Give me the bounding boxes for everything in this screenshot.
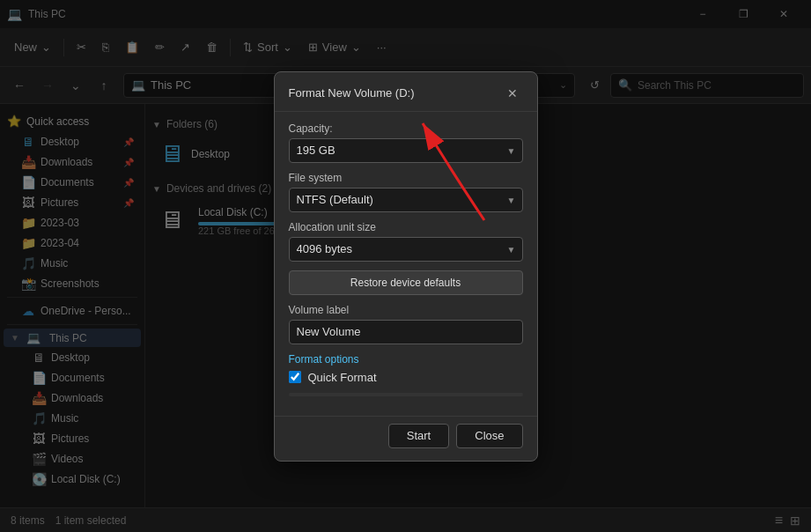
allocation-select-wrapper: 4096 bytes ▼ bbox=[289, 237, 523, 262]
quick-format-checkbox[interactable] bbox=[289, 371, 301, 383]
volume-label-field: Volume label bbox=[289, 304, 523, 344]
file-system-select[interactable]: NTFS (Default) bbox=[289, 188, 523, 212]
restore-defaults-button[interactable]: Restore device defaults bbox=[289, 270, 523, 295]
capacity-select-wrapper: 195 GB ▼ bbox=[289, 138, 523, 163]
start-button[interactable]: Start bbox=[388, 424, 449, 448]
format-progress-bar bbox=[289, 393, 523, 396]
capacity-label: Capacity: bbox=[289, 122, 523, 135]
file-system-label: File system bbox=[289, 172, 523, 184]
dialog-close-button[interactable]: ✕ bbox=[502, 83, 523, 104]
dialog-title-bar: Format New Volume (D:) ✕ bbox=[275, 72, 537, 112]
file-system-field: File system NTFS (Default) ▼ bbox=[289, 172, 523, 212]
capacity-select[interactable]: 195 GB bbox=[289, 138, 523, 163]
file-system-select-wrapper: NTFS (Default) ▼ bbox=[289, 188, 523, 212]
close-dialog-button[interactable]: Close bbox=[456, 424, 522, 448]
allocation-field: Allocation unit size 4096 bytes ▼ bbox=[289, 221, 523, 262]
dialog-title: Format New Volume (D:) bbox=[289, 86, 502, 100]
volume-label-input[interactable] bbox=[289, 320, 523, 344]
format-options-label: Format options bbox=[289, 353, 523, 366]
dialog-overlay: Format New Volume (D:) ✕ Capacity: 195 G… bbox=[0, 0, 811, 532]
dialog-footer: Start Close bbox=[275, 416, 537, 461]
quick-format-row: Quick Format bbox=[289, 371, 523, 384]
allocation-select[interactable]: 4096 bytes bbox=[289, 237, 523, 262]
capacity-field: Capacity: 195 GB ▼ bbox=[289, 122, 523, 163]
volume-label-text: Volume label bbox=[289, 304, 523, 316]
format-dialog: Format New Volume (D:) ✕ Capacity: 195 G… bbox=[274, 71, 538, 462]
dialog-body: Capacity: 195 GB ▼ File system NTFS (Def… bbox=[275, 112, 537, 416]
format-options-field: Format options Quick Format bbox=[289, 353, 523, 384]
quick-format-label: Quick Format bbox=[308, 371, 377, 384]
allocation-label: Allocation unit size bbox=[289, 221, 523, 233]
